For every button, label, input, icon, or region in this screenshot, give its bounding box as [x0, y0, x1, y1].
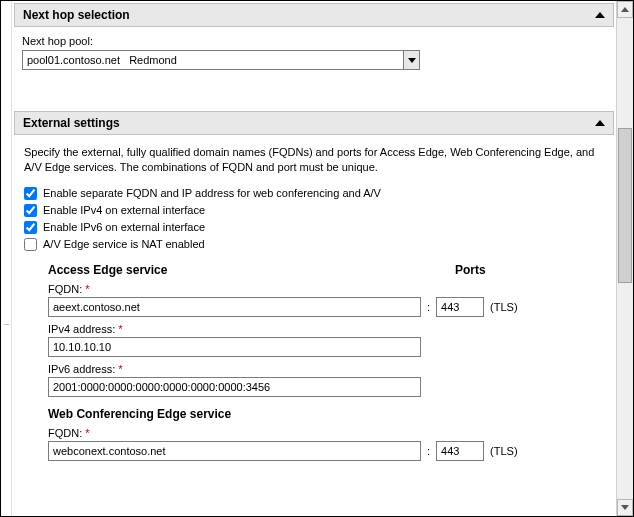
access-edge-ipv6-label: IPv6 address: *	[48, 363, 606, 375]
collapse-icon	[595, 12, 605, 18]
section-header-next-hop[interactable]: Next hop selection	[14, 3, 614, 27]
vertical-scrollbar[interactable]	[616, 1, 633, 516]
check-label-separate-fqdn: Enable separate FQDN and IP address for …	[43, 187, 381, 199]
colon-separator: :	[427, 445, 430, 457]
check-label-nat: A/V Edge service is NAT enabled	[43, 238, 205, 250]
dropdown-button[interactable]	[403, 51, 419, 69]
external-description: Specify the external, fully qualified do…	[22, 143, 606, 185]
access-edge-title: Access Edge service	[48, 263, 443, 277]
check-label-ipv4: Enable IPv4 on external interface	[43, 204, 205, 216]
next-hop-pool-label: Next hop pool:	[22, 35, 606, 47]
colon-separator: :	[427, 301, 430, 313]
section-header-external[interactable]: External settings	[14, 111, 614, 135]
check-ipv6[interactable]: Enable IPv6 on external interface	[22, 219, 606, 236]
scroll-track[interactable]	[617, 18, 633, 499]
check-separate-fqdn[interactable]: Enable separate FQDN and IP address for …	[22, 185, 606, 202]
ports-header: Ports	[455, 263, 486, 277]
left-rail	[1, 1, 12, 516]
access-edge-ipv4-input[interactable]	[48, 337, 421, 357]
checkbox-nat[interactable]	[24, 238, 37, 251]
web-conf-port-input[interactable]	[436, 441, 484, 461]
access-edge-port-input[interactable]	[436, 297, 484, 317]
check-label-ipv6: Enable IPv6 on external interface	[43, 221, 205, 233]
access-edge-fqdn-label: FQDN: *	[48, 283, 606, 295]
web-conf-fqdn-label: FQDN: *	[48, 427, 606, 439]
check-ipv4[interactable]: Enable IPv4 on external interface	[22, 202, 606, 219]
access-edge-ipv6-input[interactable]	[48, 377, 421, 397]
scroll-thumb[interactable]	[618, 128, 632, 283]
checkbox-ipv6[interactable]	[24, 221, 37, 234]
access-edge-ipv4-label: IPv4 address: *	[48, 323, 606, 335]
collapse-icon	[595, 120, 605, 126]
scroll-up-button[interactable]	[617, 1, 633, 18]
section-title-external: External settings	[23, 116, 120, 130]
left-rail-divider	[4, 324, 9, 325]
section-body-next-hop: Next hop pool: pool01.contoso.net Redmon…	[14, 27, 614, 109]
scroll-down-button[interactable]	[617, 499, 633, 516]
web-conf-fqdn-input[interactable]	[48, 441, 421, 461]
next-hop-pool-value: pool01.contoso.net Redmond	[23, 54, 403, 66]
next-hop-pool-dropdown[interactable]: pool01.contoso.net Redmond	[22, 50, 420, 70]
check-nat[interactable]: A/V Edge service is NAT enabled	[22, 236, 606, 253]
chevron-up-icon	[621, 7, 629, 12]
chevron-down-icon	[621, 505, 629, 510]
access-edge-fqdn-input[interactable]	[48, 297, 421, 317]
web-conf-title: Web Conferencing Edge service	[48, 407, 443, 421]
web-conf-protocol: (TLS)	[490, 445, 518, 457]
section-title-next-hop: Next hop selection	[23, 8, 130, 22]
checkbox-separate-fqdn[interactable]	[24, 187, 37, 200]
subsection-web-conf: Web Conferencing Edge service FQDN: * : …	[48, 407, 606, 461]
subsection-access-edge: Access Edge service Ports FQDN: * : (TLS…	[48, 263, 606, 397]
checkbox-ipv4[interactable]	[24, 204, 37, 217]
chevron-down-icon	[408, 58, 416, 63]
access-edge-protocol: (TLS)	[490, 301, 518, 313]
section-body-external: Specify the external, fully qualified do…	[14, 135, 614, 469]
